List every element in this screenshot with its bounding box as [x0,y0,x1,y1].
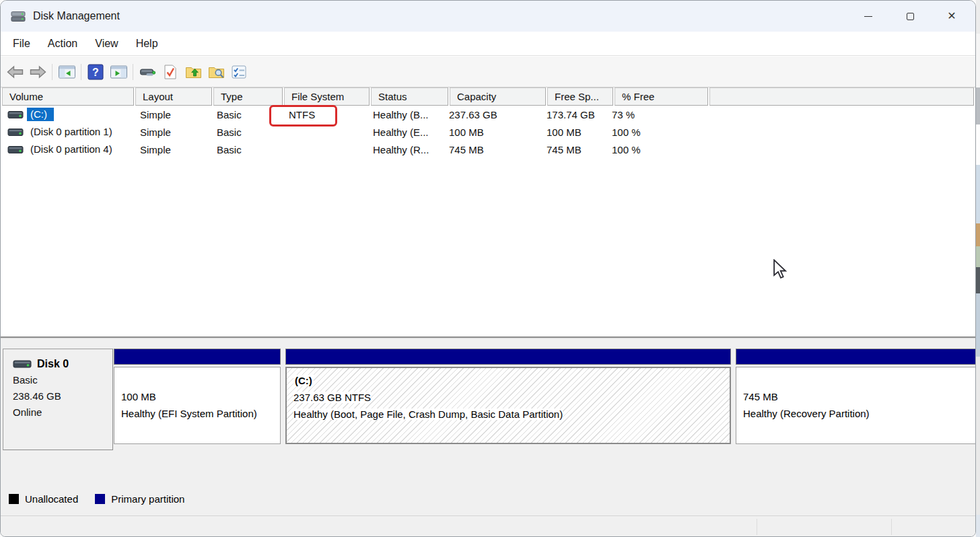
menu-view[interactable]: View [95,38,118,50]
legend-label: Unallocated [25,493,78,505]
column-header-file-system[interactable]: File System [284,87,370,106]
status-cell: Healthy (E... [365,127,443,138]
status-bar-separator [757,519,757,535]
disk-status: Online [13,404,112,421]
folder-search-icon [207,65,225,79]
back-button[interactable] [3,61,26,83]
menu-action[interactable]: Action [48,38,77,50]
partition-recovery[interactable]: 745 MB Healthy (Recovery Partition) [736,349,976,444]
menu-help[interactable]: Help [136,38,158,50]
status-bar [1,515,975,537]
help-icon: ? [88,64,104,80]
forward-button[interactable] [26,61,49,83]
forward-arrow-icon [29,65,47,79]
partition-efi[interactable]: 100 MB Healthy (EFI System Partition) [114,349,281,444]
partition-status: Healthy (Recovery Partition) [743,408,870,419]
disk-tool-icon [139,65,157,79]
maximize-button[interactable] [889,1,931,32]
maximize-icon [907,13,914,20]
window-controls: ✕ [847,1,973,32]
partition-size: 745 MB [743,391,778,402]
status-bar-separator [891,519,892,535]
volume-cell: (C:) [2,108,134,121]
window-title: Disk Management [33,10,120,22]
capacity-cell: 745 MB [443,144,539,155]
folder-search-button[interactable] [205,61,228,83]
partition-body: 745 MB Healthy (Recovery Partition) [736,367,976,444]
status-cell: Healthy (B... [365,109,443,120]
menu-bar: File Action View Help [1,32,975,56]
close-icon: ✕ [947,11,956,22]
minimize-button[interactable] [847,1,889,32]
help-button[interactable]: ? [84,61,107,83]
volume-cell: (Disk 0 partition 4) [2,143,134,156]
volume-row-partition-1[interactable]: (Disk 0 partition 1) Simple Basic Health… [2,123,974,141]
title-bar: Disk Management ✕ [1,1,975,32]
disk-management-app-icon [11,10,26,23]
folder-up-button[interactable] [182,61,205,83]
partition-name [743,374,746,386]
layout-cell: Simple [134,144,211,155]
check-document-button[interactable] [159,61,182,83]
toolbar-separator [133,64,133,80]
legend-item-unallocated: Unallocated [9,493,78,505]
legend: Unallocated Primary partition [9,493,184,505]
toolbar: ? [1,57,975,87]
column-header-pct-free[interactable]: % Free [615,87,708,106]
column-header-volume[interactable]: Volume [2,87,134,106]
background-window-sliver [976,0,980,537]
console-tree-icon [58,65,76,79]
volume-row-c[interactable]: (C:) Simple Basic NTFS Healthy (B... 237… [2,106,974,123]
type-cell: Basic [211,144,280,155]
column-header-status[interactable]: Status [371,87,448,106]
toolbar-separator [52,64,53,80]
status-cell: Healthy (R... [365,144,443,155]
volume-drive-icon [7,128,24,137]
volume-list-header: Volume Layout Type File System Status Ca… [2,87,974,106]
partition-header-bar [736,349,976,365]
close-button[interactable]: ✕ [931,1,973,32]
volume-drive-icon [7,110,24,119]
folder-up-icon [184,65,203,79]
pct-free-cell: 100 % [605,127,699,138]
menu-file[interactable]: File [13,38,30,50]
partition-c[interactable]: (C:) 237.63 GB NTFS Healthy (Boot, Page … [285,349,731,444]
disk-size: 238.46 GB [13,388,112,404]
volume-list-pane: Volume Layout Type File System Status Ca… [1,87,975,336]
layout-cell: Simple [134,109,211,120]
volume-name: (Disk 0 partition 1) [27,125,119,139]
column-header-type[interactable]: Type [213,87,283,106]
partition-status: Healthy (EFI System Partition) [121,408,257,419]
partition-header-bar [285,349,731,365]
column-header-capacity[interactable]: Capacity [450,87,546,106]
check-document-icon [162,64,178,80]
toolbar-separator [81,64,81,80]
legend-label: Primary partition [111,493,184,505]
volume-list-rows: (C:) Simple Basic NTFS Healthy (B... 237… [2,106,974,158]
partition-name [121,374,124,386]
partition-size: 237.63 GB NTFS [293,392,371,403]
show-action-pane-button[interactable] [107,61,130,83]
partition-body: 100 MB Healthy (EFI System Partition) [114,367,281,444]
layout-cell: Simple [134,127,211,138]
volume-name: (Disk 0 partition 4) [27,143,119,156]
checklist-button[interactable] [228,61,250,83]
disk-management-window: Disk Management ✕ File Action View Help [0,0,976,537]
volume-drive-icon [7,145,24,154]
disk-tool-button[interactable] [136,61,159,83]
disk-0-info-box[interactable]: Disk 0 Basic 238.46 GB Online [3,349,113,450]
column-header-layout[interactable]: Layout [135,87,212,106]
volume-row-partition-4[interactable]: (Disk 0 partition 4) Simple Basic Health… [2,141,974,158]
back-arrow-icon [6,65,24,79]
unallocated-swatch [9,494,19,504]
partition-status: Healthy (Boot, Page File, Crash Dump, Ba… [293,408,563,420]
show-console-tree-button[interactable] [55,61,78,83]
free-space-cell: 173.74 GB [539,109,605,120]
action-pane-icon [110,65,128,79]
primary-partition-swatch [95,494,105,504]
column-header-free-space[interactable]: Free Sp... [547,87,613,106]
disk-drive-icon [13,359,32,369]
volume-cell: (Disk 0 partition 1) [2,125,134,139]
free-space-cell: 100 MB [539,127,605,138]
partition-body: (C:) 237.63 GB NTFS Healthy (Boot, Page … [285,367,731,444]
